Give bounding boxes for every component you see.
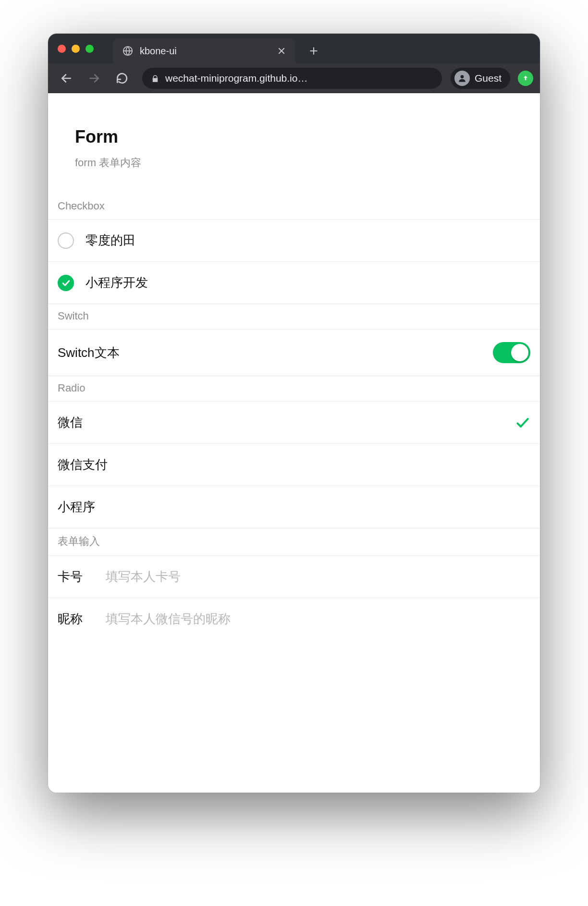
titlebar: kbone-ui xyxy=(48,34,540,63)
switch-row[interactable]: Switch文本 xyxy=(48,330,540,376)
browser-tab[interactable]: kbone-ui xyxy=(113,38,295,63)
maximize-window-button[interactable] xyxy=(86,45,94,53)
url-text: wechat-miniprogram.github.io… xyxy=(165,73,307,84)
svg-point-7 xyxy=(461,75,464,78)
back-button[interactable] xyxy=(55,67,78,90)
checkbox-item-0[interactable]: 零度的田 xyxy=(48,220,540,262)
reload-button[interactable] xyxy=(110,67,134,90)
globe-icon xyxy=(122,46,133,56)
radio-item-0[interactable]: 微信 xyxy=(48,402,540,444)
page-header: Form form 表单内容 xyxy=(48,127,540,194)
radio-label: 小程序 xyxy=(58,499,95,515)
nickname-input[interactable] xyxy=(106,612,530,626)
radio-section-title: Radio xyxy=(48,376,540,402)
switch-section-title: Switch xyxy=(48,304,540,330)
inputs-section-title: 表单输入 xyxy=(48,528,540,556)
arrow-up-icon xyxy=(522,74,529,82)
profile-chip[interactable]: Guest xyxy=(451,68,510,89)
input-label: 昵称 xyxy=(58,611,96,627)
input-row-card: 卡号 xyxy=(48,556,540,598)
radio-item-2[interactable]: 小程序 xyxy=(48,486,540,528)
tab-title: kbone-ui xyxy=(140,46,177,57)
person-icon xyxy=(454,71,470,86)
radio-label: 微信 xyxy=(58,414,83,431)
checkbox-section-title: Checkbox xyxy=(48,194,540,220)
checkbox-label: 零度的田 xyxy=(86,232,135,249)
input-row-nickname: 昵称 xyxy=(48,598,540,640)
checkbox-icon xyxy=(58,233,74,249)
forward-button[interactable] xyxy=(83,67,106,90)
page-subtitle: form 表单内容 xyxy=(75,156,513,170)
input-label: 卡号 xyxy=(58,568,96,585)
radio-item-1[interactable]: 微信支付 xyxy=(48,444,540,486)
checkbox-label: 小程序开发 xyxy=(86,274,148,291)
radio-label: 微信支付 xyxy=(58,456,108,473)
browser-window: kbone-ui wechat-miniprogram.github.io… xyxy=(48,34,540,793)
close-window-button[interactable] xyxy=(58,45,66,53)
lock-icon xyxy=(151,74,159,83)
profile-label: Guest xyxy=(475,73,502,84)
page-title: Form xyxy=(75,127,513,147)
address-bar[interactable]: wechat-miniprogram.github.io… xyxy=(142,68,442,89)
new-tab-button[interactable] xyxy=(309,46,318,56)
switch-label: Switch文本 xyxy=(58,344,120,361)
close-tab-icon[interactable] xyxy=(277,47,286,55)
checkbox-checked-icon xyxy=(58,275,74,291)
extension-badge[interactable] xyxy=(518,71,533,86)
page-content: Form form 表单内容 Checkbox 零度的田 小程序开发 Switc… xyxy=(48,93,540,793)
switch-toggle[interactable] xyxy=(493,342,530,363)
window-controls xyxy=(58,45,94,53)
checkbox-item-1[interactable]: 小程序开发 xyxy=(48,262,540,304)
check-icon xyxy=(515,415,530,430)
browser-toolbar: wechat-miniprogram.github.io… Guest xyxy=(48,63,540,93)
card-number-input[interactable] xyxy=(106,569,530,584)
minimize-window-button[interactable] xyxy=(72,45,80,53)
